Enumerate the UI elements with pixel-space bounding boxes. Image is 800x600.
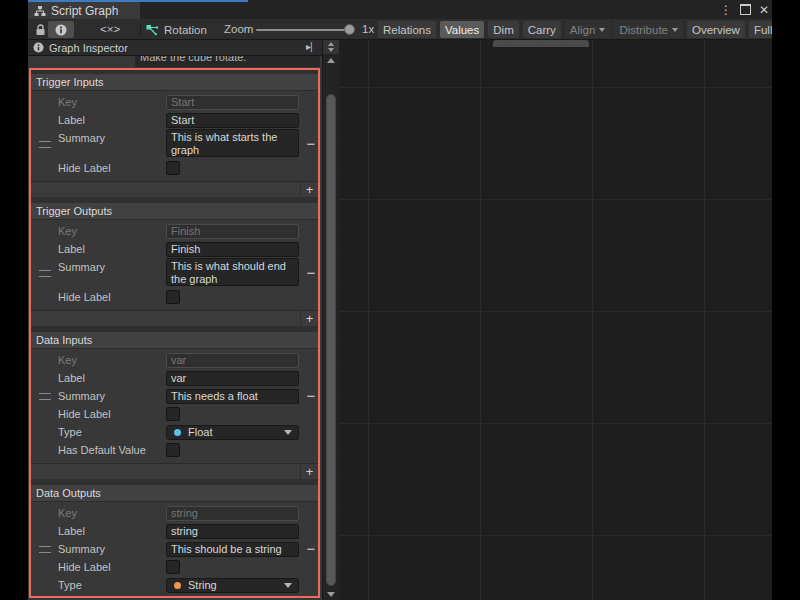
- toolbar-separator: [140, 23, 141, 36]
- label-field[interactable]: Finish: [166, 242, 299, 257]
- field-label: Type: [58, 426, 166, 438]
- graph-inspector-panel: Make the cube rotate. Trigger InputsKeyS…: [28, 56, 322, 600]
- inspector-toggle-button[interactable]: [48, 21, 74, 38]
- partial-node[interactable]: [493, 40, 589, 47]
- zoom-value: 1x: [362, 23, 374, 35]
- tab-label: Script Graph: [51, 4, 118, 18]
- inspector-row: SummaryThis needs a float−: [31, 387, 318, 405]
- rotation-unit-icon: [146, 24, 159, 36]
- inspector-row: Labelvar: [31, 369, 318, 387]
- remove-item-button[interactable]: −: [303, 137, 319, 151]
- window-menu-icon[interactable]: ⋮: [720, 3, 732, 17]
- type-color-icon: [174, 429, 181, 436]
- zoom-slider-handle[interactable]: [344, 24, 355, 35]
- rotation-button[interactable]: Rotation: [146, 21, 207, 38]
- summary-field[interactable]: This is what should end the graph: [166, 258, 299, 286]
- inspector-section-data-inputs: Data InputsKeyvarLabelvarSummaryThis nee…: [31, 332, 318, 479]
- type-dropdown[interactable]: Float: [166, 425, 299, 440]
- zoom-slider-track[interactable]: [256, 29, 352, 31]
- summary-field[interactable]: This should be a string: [166, 542, 299, 557]
- toolbar-button-label: Align: [570, 24, 596, 36]
- window-maximize-icon[interactable]: [740, 4, 751, 15]
- remove-item-button[interactable]: −: [303, 389, 319, 403]
- toolbar-button-values[interactable]: Values: [440, 21, 484, 38]
- add-item-button[interactable]: +: [300, 182, 318, 197]
- inspector-row: KeyFinish: [31, 222, 318, 240]
- code-view-icon[interactable]: <×>: [100, 23, 120, 35]
- inspector-scrollbar: [322, 40, 339, 600]
- toolbar-button-label: Full Screen: [754, 24, 772, 36]
- window-close-icon[interactable]: ✕: [759, 3, 769, 17]
- toolbar-button-distribute[interactable]: Distribute: [614, 21, 683, 38]
- titlebar: Script Graph ⋮ ✕: [28, 0, 772, 19]
- summary-field[interactable]: This is what starts the graph: [166, 129, 299, 157]
- key-field: string: [166, 506, 299, 521]
- chevron-down-icon: [672, 28, 678, 32]
- toolbar-button-overview[interactable]: Overview: [687, 21, 745, 38]
- inspector-row: Hide Label: [31, 288, 318, 306]
- has-default-value-checkbox[interactable]: [166, 443, 180, 457]
- label-field[interactable]: var: [166, 371, 299, 386]
- lock-icon[interactable]: [35, 24, 46, 36]
- hide-label-checkbox[interactable]: [166, 407, 180, 421]
- scrollbar-thumb[interactable]: [326, 94, 336, 586]
- inspector-row: Hide Label: [31, 159, 318, 177]
- graph-canvas[interactable]: [339, 40, 772, 600]
- inspector-row: Hide Label: [31, 405, 318, 423]
- scrollbar-pager-icon[interactable]: [323, 40, 339, 54]
- scroll-down-arrow[interactable]: [327, 592, 335, 597]
- add-item-button[interactable]: +: [300, 311, 318, 326]
- toolbar-button-label: Relations: [383, 24, 431, 36]
- inspector-row: TypeString: [31, 576, 318, 594]
- label-field[interactable]: Start: [166, 113, 299, 128]
- section-body: KeystringLabelstringSummaryThis should b…: [31, 502, 318, 596]
- dropdown-caret-icon: [284, 430, 292, 435]
- graph-icon: [34, 5, 46, 17]
- hide-label-checkbox[interactable]: [166, 560, 180, 574]
- field-label: Key: [58, 507, 166, 519]
- graph-summary-field[interactable]: Make the cube rotate.: [135, 56, 320, 67]
- drag-handle-icon[interactable]: [39, 141, 51, 148]
- drag-handle-icon[interactable]: [39, 546, 51, 553]
- inspector-row: KeyStart: [31, 93, 318, 111]
- field-label: Key: [58, 354, 166, 366]
- key-field: var: [166, 353, 299, 368]
- toolbar-button-align[interactable]: Align: [565, 21, 611, 38]
- collapse-panel-icon[interactable]: ▸|: [306, 41, 312, 52]
- dropdown-value: String: [188, 579, 217, 591]
- type-dropdown[interactable]: String: [166, 578, 299, 593]
- toolbar-button-full-screen[interactable]: Full Screen: [749, 21, 772, 38]
- summary-field[interactable]: This needs a float: [166, 389, 299, 404]
- inspector-row: LabelFinish: [31, 240, 318, 258]
- hide-label-checkbox[interactable]: [166, 290, 180, 304]
- toolbar-button-relations[interactable]: Relations: [378, 21, 436, 38]
- inspector-row: Labelstring: [31, 522, 318, 540]
- field-label: Key: [58, 96, 166, 108]
- section-body: KeyvarLabelvarSummaryThis needs a float−…: [31, 349, 318, 461]
- field-label: Hide Label: [58, 408, 166, 420]
- toolbar-button-label: Values: [445, 24, 479, 36]
- inspector-row: Has Default Value: [31, 441, 318, 459]
- field-label: Type: [58, 579, 166, 591]
- hide-label-checkbox[interactable]: [166, 161, 180, 175]
- drag-handle-icon[interactable]: [39, 270, 51, 277]
- field-label: Label: [58, 243, 166, 255]
- drag-handle-icon[interactable]: [39, 393, 51, 400]
- section-title: Trigger Inputs: [31, 74, 318, 91]
- add-item-bar: +: [31, 181, 318, 197]
- add-item-button[interactable]: +: [300, 464, 318, 479]
- label-field[interactable]: string: [166, 524, 299, 539]
- remove-item-button[interactable]: −: [303, 542, 319, 556]
- chevron-down-icon: [599, 28, 605, 32]
- field-label: Has Default Value: [58, 444, 166, 456]
- tab-script-graph[interactable]: Script Graph: [28, 2, 140, 19]
- inspector-row: Keyvar: [31, 351, 318, 369]
- toolbar-button-label: Carry: [528, 24, 556, 36]
- dropdown-value: Float: [188, 426, 212, 438]
- graph-summary-text: Make the cube rotate.: [135, 56, 320, 64]
- toolbar-button-carry[interactable]: Carry: [523, 21, 561, 38]
- remove-item-button[interactable]: −: [303, 266, 319, 280]
- scroll-up-arrow[interactable]: [327, 58, 335, 63]
- toolbar-button-dim[interactable]: Dim: [488, 21, 518, 38]
- inspector-section-trigger-outputs: Trigger OutputsKeyFinishLabelFinishSumma…: [31, 203, 318, 326]
